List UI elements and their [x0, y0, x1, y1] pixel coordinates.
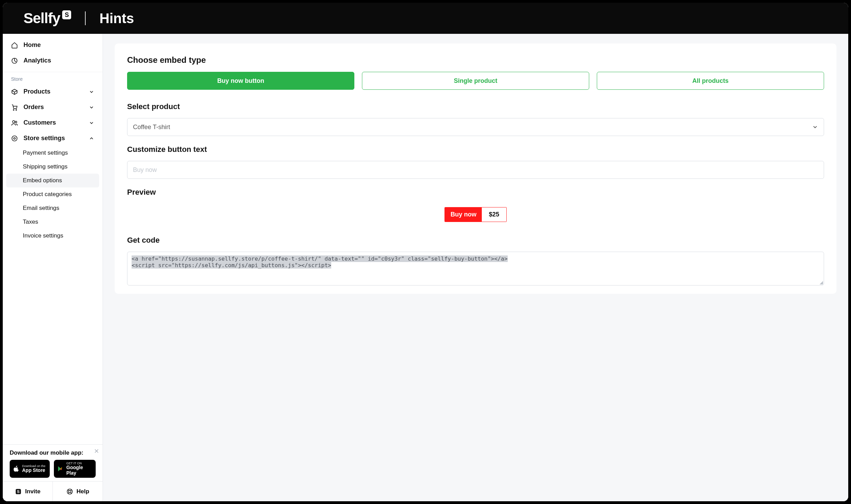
sidebar-sub-taxes[interactable]: Taxes — [3, 215, 103, 229]
svg-point-1 — [13, 109, 14, 110]
topbar-separator — [85, 11, 86, 25]
googleplay-badge[interactable]: GET IT ON Google Play — [54, 460, 96, 478]
brand-badge-icon: S — [62, 10, 71, 19]
home-icon — [11, 42, 18, 49]
choose-embed-title: Choose embed type — [127, 55, 824, 65]
sidebar: Home Analytics Store Products — [3, 34, 103, 501]
users-icon — [11, 119, 18, 126]
box-icon — [11, 88, 18, 95]
help-label: Help — [77, 488, 89, 495]
help-icon — [66, 488, 73, 495]
preview-buy-label: Buy now — [445, 207, 482, 222]
tab-buy-now-button[interactable]: Buy now button — [127, 72, 354, 90]
sidebar-sub-shipping-settings[interactable]: Shipping settings — [3, 160, 103, 174]
download-title: Download our mobile app: — [10, 449, 96, 456]
sidebar-item-label: Products — [23, 88, 50, 95]
button-text-input[interactable] — [133, 166, 818, 174]
appstore-bottom-text: App Store — [22, 468, 46, 473]
sidebar-group-label: Store — [3, 72, 103, 84]
settings-icon — [11, 135, 18, 142]
sidebar-item-label: Analytics — [23, 57, 51, 64]
play-bottom-text: Google Play — [66, 465, 92, 476]
appstore-top-text: Download on the — [22, 465, 46, 468]
invite-icon: S — [15, 488, 22, 495]
sidebar-sub-invoice-settings[interactable]: Invoice settings — [3, 229, 103, 243]
svg-point-2 — [16, 109, 17, 110]
brand-text: Sellfy — [23, 10, 60, 27]
invite-button[interactable]: S Invite — [3, 482, 52, 501]
sidebar-item-label: Store settings — [23, 135, 65, 142]
sidebar-item-orders[interactable]: Orders — [3, 99, 103, 115]
chevron-up-icon — [89, 136, 94, 141]
sidebar-sub-embed-options[interactable]: Embed options — [6, 174, 99, 187]
sidebar-sub-email-settings[interactable]: Email settings — [3, 201, 103, 215]
preview-buy-price: $25 — [482, 207, 506, 222]
sidebar-item-label: Orders — [23, 104, 44, 111]
main-content: Choose embed type Buy now button Single … — [103, 34, 848, 501]
product-select[interactable]: Coffee T-shirt — [127, 118, 824, 136]
cart-icon — [11, 104, 18, 111]
customize-text-title: Customize button text — [127, 145, 824, 154]
brand-logo[interactable]: Sellfy S — [23, 10, 71, 27]
close-icon[interactable]: ✕ — [94, 447, 99, 455]
help-button[interactable]: Help — [53, 482, 103, 501]
topbar: Sellfy S Hints — [3, 3, 848, 34]
tab-single-product[interactable]: Single product — [362, 72, 589, 90]
svg-point-4 — [15, 121, 17, 123]
tab-all-products[interactable]: All products — [597, 72, 824, 90]
download-panel: ✕ Download our mobile app: Download on t… — [3, 444, 103, 481]
invite-label: Invite — [25, 488, 40, 495]
embed-code-textarea[interactable]: <a href="https://susannap.sellfy.store/p… — [127, 252, 824, 285]
svg-point-10 — [68, 490, 71, 493]
sidebar-item-customers[interactable]: Customers — [3, 115, 103, 130]
chevron-down-icon — [812, 124, 818, 130]
select-product-title: Select product — [127, 102, 824, 111]
product-select-value: Coffee T-shirt — [133, 124, 170, 131]
sidebar-sub-payment-settings[interactable]: Payment settings — [3, 146, 103, 160]
analytics-icon — [11, 57, 18, 64]
chevron-down-icon — [89, 89, 94, 95]
sidebar-item-label: Customers — [23, 119, 56, 126]
preview-buy-button[interactable]: Buy now $25 — [444, 207, 506, 222]
play-top-text: GET IT ON — [66, 462, 92, 465]
play-icon — [57, 465, 64, 472]
get-code-title: Get code — [127, 236, 824, 245]
chevron-down-icon — [89, 120, 94, 126]
page-title: Hints — [99, 11, 134, 26]
sidebar-item-products[interactable]: Products — [3, 84, 103, 99]
svg-point-6 — [12, 136, 17, 141]
sidebar-item-home[interactable]: Home — [3, 37, 103, 53]
appstore-badge[interactable]: Download on the App Store — [10, 460, 50, 478]
preview-title: Preview — [127, 188, 824, 197]
resize-handle-icon[interactable] — [820, 281, 823, 284]
sidebar-item-store-settings[interactable]: Store settings — [3, 130, 103, 146]
sidebar-sub-product-categories[interactable]: Product categories — [3, 187, 103, 201]
sidebar-item-label: Home — [23, 41, 41, 49]
sidebar-item-analytics[interactable]: Analytics — [3, 53, 103, 68]
chevron-down-icon — [89, 105, 94, 110]
svg-text:S: S — [17, 489, 20, 494]
svg-point-5 — [14, 137, 16, 139]
apple-icon — [13, 465, 19, 473]
svg-point-3 — [12, 120, 15, 123]
